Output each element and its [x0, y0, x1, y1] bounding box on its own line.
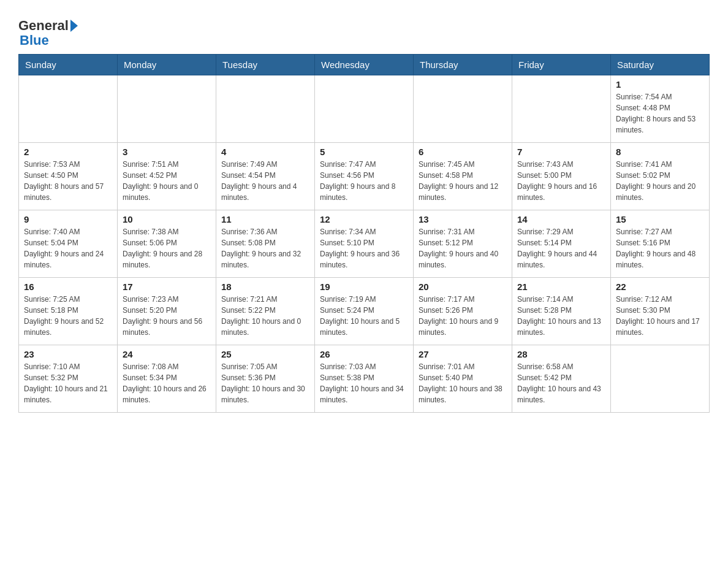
calendar-cell: 21Sunrise: 7:14 AMSunset: 5:28 PMDayligh… — [512, 278, 611, 345]
day-info: Sunrise: 7:23 AMSunset: 5:20 PMDaylight:… — [123, 294, 211, 338]
calendar-cell: 25Sunrise: 7:05 AMSunset: 5:36 PMDayligh… — [216, 345, 315, 413]
weekday-header-wednesday: Wednesday — [315, 55, 414, 75]
day-number: 18 — [221, 282, 309, 292]
weekday-header-monday: Monday — [118, 55, 216, 75]
calendar-cell: 5Sunrise: 7:47 AMSunset: 4:56 PMDaylight… — [315, 143, 414, 210]
calendar-week-4: 16Sunrise: 7:25 AMSunset: 5:18 PMDayligh… — [19, 278, 710, 345]
day-info: Sunrise: 7:03 AMSunset: 5:38 PMDaylight:… — [320, 361, 408, 405]
day-info: Sunrise: 7:31 AMSunset: 5:12 PMDaylight:… — [419, 226, 507, 270]
day-number: 12 — [320, 214, 408, 224]
day-number: 22 — [616, 282, 704, 292]
day-info: Sunrise: 7:53 AMSunset: 4:50 PMDaylight:… — [24, 159, 112, 203]
calendar-cell: 16Sunrise: 7:25 AMSunset: 5:18 PMDayligh… — [19, 278, 118, 345]
calendar-cell: 20Sunrise: 7:17 AMSunset: 5:26 PMDayligh… — [414, 278, 512, 345]
day-number: 8 — [616, 147, 704, 157]
weekday-header-thursday: Thursday — [414, 55, 512, 75]
day-info: Sunrise: 7:27 AMSunset: 5:16 PMDaylight:… — [616, 226, 704, 270]
calendar-cell: 9Sunrise: 7:40 AMSunset: 5:04 PMDaylight… — [19, 210, 118, 278]
day-number: 10 — [123, 214, 211, 224]
calendar-week-1: 1Sunrise: 7:54 AMSunset: 4:48 PMDaylight… — [19, 75, 710, 143]
day-info: Sunrise: 7:38 AMSunset: 5:06 PMDaylight:… — [123, 226, 211, 270]
calendar-cell: 15Sunrise: 7:27 AMSunset: 5:16 PMDayligh… — [611, 210, 710, 278]
weekday-header-tuesday: Tuesday — [216, 55, 315, 75]
day-number: 6 — [419, 147, 507, 157]
calendar-cell: 28Sunrise: 6:58 AMSunset: 5:42 PMDayligh… — [512, 345, 611, 413]
calendar-cell: 27Sunrise: 7:01 AMSunset: 5:40 PMDayligh… — [414, 345, 512, 413]
calendar-cell: 23Sunrise: 7:10 AMSunset: 5:32 PMDayligh… — [19, 345, 118, 413]
day-number: 21 — [517, 282, 605, 292]
calendar-table: SundayMondayTuesdayWednesdayThursdayFrid… — [18, 54, 710, 413]
calendar-cell — [19, 75, 118, 143]
calendar-cell: 22Sunrise: 7:12 AMSunset: 5:30 PMDayligh… — [611, 278, 710, 345]
day-number: 9 — [24, 214, 112, 224]
day-number: 23 — [24, 349, 112, 359]
calendar-cell — [512, 75, 611, 143]
day-number: 19 — [320, 282, 408, 292]
day-info: Sunrise: 7:01 AMSunset: 5:40 PMDaylight:… — [419, 361, 507, 405]
day-number: 11 — [221, 214, 309, 224]
day-info: Sunrise: 7:10 AMSunset: 5:32 PMDaylight:… — [24, 361, 112, 405]
day-number: 24 — [123, 349, 211, 359]
day-number: 20 — [419, 282, 507, 292]
day-info: Sunrise: 7:21 AMSunset: 5:22 PMDaylight:… — [221, 294, 309, 338]
calendar-cell: 4Sunrise: 7:49 AMSunset: 4:54 PMDaylight… — [216, 143, 315, 210]
calendar-cell: 26Sunrise: 7:03 AMSunset: 5:38 PMDayligh… — [315, 345, 414, 413]
calendar-cell: 14Sunrise: 7:29 AMSunset: 5:14 PMDayligh… — [512, 210, 611, 278]
weekday-header-sunday: Sunday — [19, 55, 118, 75]
calendar-cell: 19Sunrise: 7:19 AMSunset: 5:24 PMDayligh… — [315, 278, 414, 345]
calendar-cell — [216, 75, 315, 143]
day-number: 15 — [616, 214, 704, 224]
calendar-week-3: 9Sunrise: 7:40 AMSunset: 5:04 PMDaylight… — [19, 210, 710, 278]
day-info: Sunrise: 7:34 AMSunset: 5:10 PMDaylight:… — [320, 226, 408, 270]
day-number: 26 — [320, 349, 408, 359]
day-number: 2 — [24, 147, 112, 157]
calendar-body: 1Sunrise: 7:54 AMSunset: 4:48 PMDaylight… — [19, 75, 710, 413]
calendar-cell — [414, 75, 512, 143]
day-info: Sunrise: 7:14 AMSunset: 5:28 PMDaylight:… — [517, 294, 605, 338]
day-number: 5 — [320, 147, 408, 157]
calendar-cell: 2Sunrise: 7:53 AMSunset: 4:50 PMDaylight… — [19, 143, 118, 210]
day-info: Sunrise: 7:25 AMSunset: 5:18 PMDaylight:… — [24, 294, 112, 338]
day-info: Sunrise: 6:58 AMSunset: 5:42 PMDaylight:… — [517, 361, 605, 405]
day-number: 28 — [517, 349, 605, 359]
calendar-cell: 12Sunrise: 7:34 AMSunset: 5:10 PMDayligh… — [315, 210, 414, 278]
calendar-cell — [118, 75, 216, 143]
calendar-cell: 8Sunrise: 7:41 AMSunset: 5:02 PMDaylight… — [611, 143, 710, 210]
day-info: Sunrise: 7:36 AMSunset: 5:08 PMDaylight:… — [221, 226, 309, 270]
calendar-cell: 6Sunrise: 7:45 AMSunset: 4:58 PMDaylight… — [414, 143, 512, 210]
calendar-cell: 17Sunrise: 7:23 AMSunset: 5:20 PMDayligh… — [118, 278, 216, 345]
calendar-cell: 24Sunrise: 7:08 AMSunset: 5:34 PMDayligh… — [118, 345, 216, 413]
weekday-header-friday: Friday — [512, 55, 611, 75]
calendar-cell: 11Sunrise: 7:36 AMSunset: 5:08 PMDayligh… — [216, 210, 315, 278]
day-number: 7 — [517, 147, 605, 157]
day-info: Sunrise: 7:45 AMSunset: 4:58 PMDaylight:… — [419, 159, 507, 203]
calendar-cell: 3Sunrise: 7:51 AMSunset: 4:52 PMDaylight… — [118, 143, 216, 210]
day-info: Sunrise: 7:17 AMSunset: 5:26 PMDaylight:… — [419, 294, 507, 338]
day-number: 16 — [24, 282, 112, 292]
day-number: 14 — [517, 214, 605, 224]
calendar-cell: 13Sunrise: 7:31 AMSunset: 5:12 PMDayligh… — [414, 210, 512, 278]
calendar-cell: 1Sunrise: 7:54 AMSunset: 4:48 PMDaylight… — [611, 75, 710, 143]
day-number: 4 — [221, 147, 309, 157]
day-info: Sunrise: 7:43 AMSunset: 5:00 PMDaylight:… — [517, 159, 605, 203]
calendar-week-5: 23Sunrise: 7:10 AMSunset: 5:32 PMDayligh… — [19, 345, 710, 413]
calendar-week-2: 2Sunrise: 7:53 AMSunset: 4:50 PMDaylight… — [19, 143, 710, 210]
calendar-cell: 7Sunrise: 7:43 AMSunset: 5:00 PMDaylight… — [512, 143, 611, 210]
calendar-cell: 10Sunrise: 7:38 AMSunset: 5:06 PMDayligh… — [118, 210, 216, 278]
day-number: 1 — [616, 79, 704, 90]
day-info: Sunrise: 7:49 AMSunset: 4:54 PMDaylight:… — [221, 159, 309, 203]
day-info: Sunrise: 7:08 AMSunset: 5:34 PMDaylight:… — [123, 361, 211, 405]
day-number: 13 — [419, 214, 507, 224]
day-number: 17 — [123, 282, 211, 292]
day-info: Sunrise: 7:41 AMSunset: 5:02 PMDaylight:… — [616, 159, 704, 203]
calendar-cell — [611, 345, 710, 413]
day-info: Sunrise: 7:12 AMSunset: 5:30 PMDaylight:… — [616, 294, 704, 338]
calendar-header: SundayMondayTuesdayWednesdayThursdayFrid… — [19, 55, 710, 75]
calendar-cell — [315, 75, 414, 143]
day-info: Sunrise: 7:47 AMSunset: 4:56 PMDaylight:… — [320, 159, 408, 203]
weekday-header-saturday: Saturday — [611, 55, 710, 75]
calendar-cell: 18Sunrise: 7:21 AMSunset: 5:22 PMDayligh… — [216, 278, 315, 345]
day-number: 3 — [123, 147, 211, 157]
day-info: Sunrise: 7:54 AMSunset: 4:48 PMDaylight:… — [616, 91, 704, 136]
logo: General Blue — [18, 18, 78, 48]
